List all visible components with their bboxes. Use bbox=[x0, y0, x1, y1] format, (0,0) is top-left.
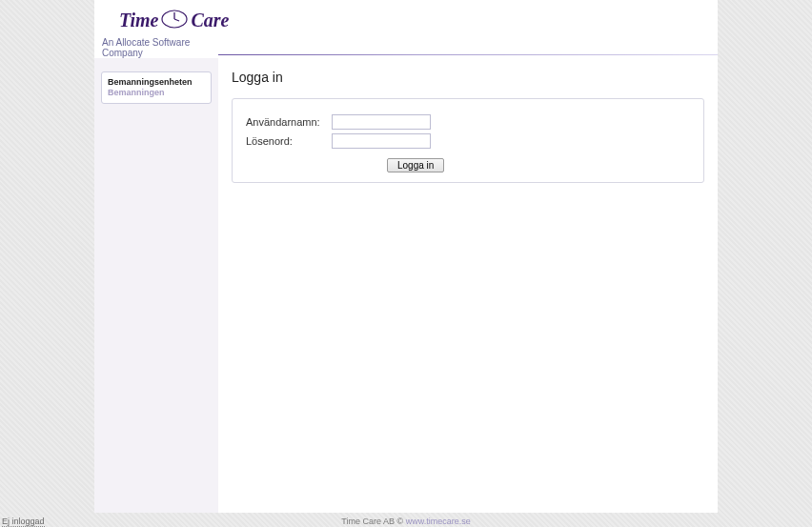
header-divider bbox=[218, 54, 718, 55]
svg-line-2 bbox=[174, 19, 179, 21]
login-form: Användarnamn: Lösenord: Logga in bbox=[232, 98, 704, 183]
username-input[interactable] bbox=[332, 114, 431, 130]
logo-text-right: Care bbox=[191, 10, 229, 31]
password-input[interactable] bbox=[332, 133, 431, 149]
username-label: Användarnamn: bbox=[246, 116, 332, 128]
main: Logga in Användarnamn: Lösenord: Logga i… bbox=[218, 58, 718, 513]
footer-link[interactable]: www.timecare.se bbox=[406, 517, 471, 526]
password-label: Lösenord: bbox=[246, 135, 332, 147]
logo-tagline: An Allocate Software Company bbox=[102, 37, 218, 58]
logo-text-left: Time bbox=[119, 10, 158, 31]
sidebar-box-subtitle: Bemanningen bbox=[108, 88, 205, 97]
clock-icon bbox=[161, 6, 188, 34]
sidebar-box: Bemanningsenheten Bemanningen bbox=[101, 71, 212, 104]
login-button[interactable]: Logga in bbox=[387, 158, 444, 172]
sidebar-box-title: Bemanningsenheten bbox=[108, 77, 205, 87]
footer-copyright: Time Care AB © www.timecare.se bbox=[341, 517, 470, 526]
status-bar: Ej inloggad Time Care AB © www.timecare.… bbox=[0, 514, 812, 527]
app-container: Time Care An Allocate Software Company bbox=[94, 0, 718, 513]
logo: Time Care bbox=[119, 6, 718, 34]
login-title: Logga in bbox=[232, 70, 704, 85]
login-status: Ej inloggad bbox=[2, 517, 45, 526]
header: Time Care An Allocate Software Company bbox=[94, 0, 718, 58]
sidebar: Bemanningsenheten Bemanningen bbox=[94, 58, 218, 513]
body: Bemanningsenheten Bemanningen Logga in A… bbox=[94, 58, 718, 513]
